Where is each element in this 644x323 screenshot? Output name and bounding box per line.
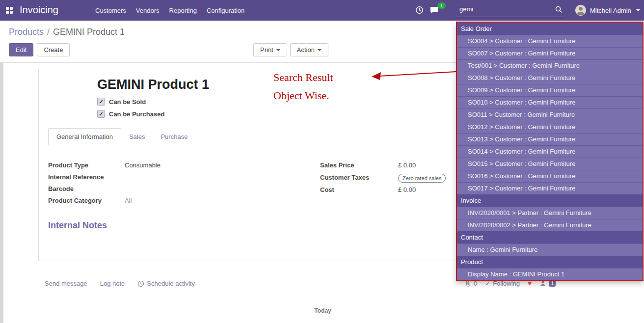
search-icon[interactable]: [555, 5, 563, 15]
chevron-down-icon: [318, 49, 322, 51]
breadcrumb: Products/GEMINI Product 1: [9, 27, 125, 37]
search-result-item[interactable]: SO009 > Customer : Gemini Furniture: [457, 84, 643, 96]
search-result-item[interactable]: SO008 > Customer : Gemini Furniture: [457, 72, 643, 84]
annotation-text: Search Result Object Wise.: [273, 71, 333, 108]
can-be-sold-label: Can be Sold: [109, 98, 146, 106]
messages-badge: 1: [437, 2, 446, 9]
search-result-item[interactable]: Name : Gemini Furniture: [457, 243, 643, 256]
chevron-down-icon: [276, 49, 280, 51]
action-dropdown-button[interactable]: Action: [290, 43, 328, 56]
search-result-item[interactable]: INV/2020/0001 > Partner : Gemini Furnitu…: [457, 207, 643, 219]
print-dropdown-button[interactable]: Print: [253, 43, 287, 56]
search-result-item[interactable]: INV/2020/0002 > Partner : Gemini Furnitu…: [457, 219, 643, 231]
breadcrumb-separator: /: [47, 27, 50, 37]
field-internal-reference: Internal Reference: [48, 173, 308, 183]
product-type-value: Consumable: [125, 162, 161, 169]
date-divider: Today: [39, 307, 606, 314]
nav-menu: Customers Vendors Reporting Configuratio…: [95, 0, 244, 21]
tab-purchase[interactable]: Purchase: [153, 129, 195, 145]
search-result-item[interactable]: SO012 > Customer : Gemini Furniture: [457, 121, 643, 133]
can-be-purchased-row: Can be Purchased: [97, 110, 164, 118]
search-result-item[interactable]: SO013 > Customer : Gemini Furniture: [457, 133, 643, 145]
search-result-item[interactable]: SO014 > Customer : Gemini Furniture: [457, 145, 643, 158]
search-result-item[interactable]: SO011 > Customer : Gemini Furniture: [457, 108, 643, 121]
search-result-item[interactable]: Test/001 > Customer : Gemini Furniture: [457, 59, 643, 72]
edit-button[interactable]: Edit: [9, 43, 33, 56]
user-menu[interactable]: Mitchell Admin: [575, 0, 640, 21]
search-section-header: Contact: [457, 231, 643, 243]
send-message-button[interactable]: Send message: [45, 280, 87, 287]
chatter-actions: Send message Log note Schedule activity: [45, 280, 195, 287]
screen: Invoicing Customers Vendors Reporting Co…: [0, 0, 644, 323]
nav-menu-item-configuration[interactable]: Configuration: [207, 7, 244, 14]
apps-grid-icon[interactable]: [6, 7, 13, 14]
customer-tax-tag: Zero rated sales: [398, 174, 446, 183]
nav-menu-item-customers[interactable]: Customers: [95, 7, 126, 14]
left-edge-strip: [0, 63, 3, 323]
user-avatar: [575, 5, 586, 16]
tab-sales[interactable]: Sales: [121, 129, 153, 145]
date-divider-label: Today: [307, 307, 338, 314]
search-section-header: Invoice: [457, 194, 643, 207]
search-result-item[interactable]: SO010 > Customer : Gemini Furniture: [457, 96, 643, 108]
annotation-arrow: [370, 68, 457, 81]
annotation-line-2: Object Wise.: [273, 89, 333, 102]
chevron-down-icon: [636, 9, 640, 11]
search-input[interactable]: [458, 5, 549, 13]
user-name: Mitchell Admin: [590, 7, 631, 14]
can-be-purchased-label: Can be Purchased: [109, 110, 164, 118]
field-product-type: Product Type Consumable: [48, 162, 308, 171]
activities-clock-icon[interactable]: [415, 6, 424, 16]
search-result-item[interactable]: SO015 > Customer : Gemini Furniture: [457, 158, 643, 170]
action-buttons: Print Action: [253, 43, 328, 56]
top-navbar: Invoicing Customers Vendors Reporting Co…: [0, 0, 644, 21]
nav-menu-item-reporting[interactable]: Reporting: [169, 7, 197, 14]
nav-menu-item-vendors[interactable]: Vendors: [136, 7, 160, 14]
breadcrumb-current: GEMINI Product 1: [53, 27, 125, 37]
search-dropdown: Sale OrderSO004 > Customer : Gemini Furn…: [456, 22, 644, 281]
search-result-item[interactable]: SO017 > Customer : Gemini Furniture: [457, 182, 643, 194]
product-title: GEMINI Product 1: [97, 77, 209, 92]
tab-general-information[interactable]: General Information: [48, 128, 121, 145]
product-category-link[interactable]: All: [125, 197, 132, 204]
log-note-button[interactable]: Log note: [100, 280, 125, 287]
search-result-item[interactable]: SO016 > Customer : Gemini Furniture: [457, 170, 643, 182]
search-result-item[interactable]: SO007 > Customer : Gemini Furniture: [457, 47, 643, 59]
search-result-item[interactable]: Display Name : GEMINI Product 1: [457, 268, 643, 280]
field-product-category: Product Category All: [48, 197, 308, 206]
create-button[interactable]: Create: [37, 43, 70, 56]
schedule-activity-button[interactable]: Schedule activity: [137, 280, 195, 287]
search-section-header: Sale Order: [457, 23, 643, 35]
product-flags: Can be Sold Can be Purchased: [97, 98, 164, 122]
clock-icon: [137, 280, 144, 287]
can-be-sold-row: Can be Sold: [97, 98, 164, 106]
fields-left-column: Product Type Consumable Internal Referen…: [48, 162, 308, 209]
checkbox-checked-icon[interactable]: [97, 110, 105, 118]
cost-value: £ 0.00: [398, 186, 416, 193]
annotation-line-1: Search Result: [273, 71, 333, 84]
sales-price-value: £ 0.00: [398, 162, 416, 169]
app-name[interactable]: Invoicing: [20, 4, 58, 16]
nav-search: [456, 3, 565, 17]
field-barcode: Barcode: [48, 185, 308, 194]
internal-notes-heading: Internal Notes: [48, 220, 107, 231]
record-buttons: Edit Create: [9, 43, 70, 56]
checkbox-checked-icon[interactable]: [97, 98, 105, 106]
search-result-item[interactable]: SO004 > Customer : Gemini Furniture: [457, 35, 643, 47]
search-section-header: Product: [457, 256, 643, 268]
breadcrumb-products[interactable]: Products: [9, 27, 44, 37]
